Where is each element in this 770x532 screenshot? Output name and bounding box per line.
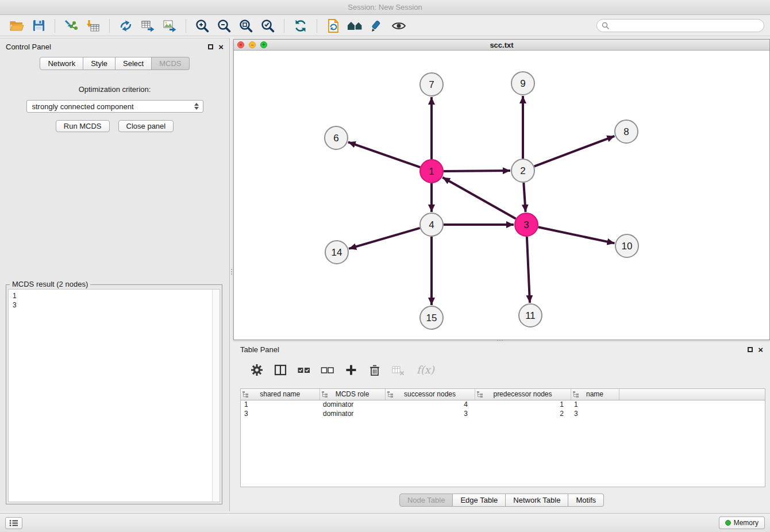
attribute-type-icon (322, 391, 328, 399)
node-label-3: 3 (523, 219, 529, 230)
network-window-title: scc.txt (234, 41, 769, 49)
show-hide-icon[interactable] (390, 18, 407, 34)
deselect-all-icon[interactable] (320, 363, 335, 377)
search-input[interactable] (612, 22, 759, 30)
node-label-4: 4 (429, 219, 434, 230)
column-header-shared-name[interactable]: shared name (241, 389, 319, 400)
node-label-2: 2 (520, 165, 525, 176)
tab-motifs[interactable]: Motifs (568, 494, 604, 507)
node-table[interactable]: shared nameMCDS rolesuccessor nodesprede… (240, 388, 765, 487)
task-history-button[interactable] (5, 517, 22, 529)
mcds-result-line: 1 (13, 291, 215, 300)
optimization-criterion-select[interactable]: strongly connected component (26, 100, 203, 113)
titlebar: Session: New Session (0, 0, 770, 15)
tab-edge-table[interactable]: Edge Table (453, 494, 506, 507)
memory-button[interactable]: Memory (719, 516, 765, 529)
column-header-MCDS-role[interactable]: MCDS role (319, 389, 385, 400)
table-toolbar: f(x) (233, 356, 770, 379)
toolbar-separator (284, 19, 284, 33)
dropdown-stepper-icon (194, 103, 199, 110)
node-label-10: 10 (622, 241, 633, 252)
export-image-icon[interactable] (161, 18, 178, 34)
edge-3-11[interactable] (527, 237, 530, 303)
table-panel-tabs: Node TableEdge TableNetwork TableMotifs (233, 494, 770, 507)
show-columns-icon[interactable] (273, 363, 288, 377)
edge-3-10[interactable] (538, 227, 615, 243)
attribute-type-icon (387, 391, 393, 399)
add-column-icon[interactable] (344, 363, 359, 377)
edge-1-2[interactable] (444, 171, 510, 171)
node-label-8: 8 (623, 126, 629, 137)
node-label-14: 14 (332, 247, 342, 258)
search-box[interactable] (596, 19, 764, 32)
edge-4-14[interactable] (349, 228, 420, 249)
tab-network-table[interactable]: Network Table (506, 494, 568, 507)
float-table-panel-icon[interactable] (748, 347, 753, 352)
function-builder-label[interactable]: f(x) (417, 364, 434, 376)
table-panel-title: Table Panel (240, 345, 279, 354)
select-all-icon[interactable] (297, 363, 311, 377)
minimize-window-icon[interactable]: – (249, 41, 256, 48)
network-window-titlebar[interactable]: scc.txt × – + (234, 40, 769, 51)
dropdown-selected-value: strongly connected component (32, 102, 134, 111)
open-recent-session-icon[interactable] (325, 18, 342, 34)
node-label-9: 9 (520, 78, 525, 89)
zoom-out-icon[interactable] (215, 18, 233, 34)
table-header-row: shared nameMCDS rolesuccessor nodesprede… (241, 389, 765, 400)
column-header-name[interactable]: name (571, 389, 619, 400)
save-session-icon[interactable] (30, 18, 47, 34)
toolbar-separator (186, 19, 186, 33)
close-table-panel-icon[interactable]: × (758, 345, 763, 354)
vertical-splitter-handle[interactable] (230, 265, 233, 279)
memory-button-label: Memory (734, 519, 759, 527)
node-label-7: 7 (429, 79, 434, 90)
node-table-head: shared nameMCDS rolesuccessor nodesprede… (241, 389, 765, 400)
control-panel: Control Panel × NetworkStyleSelectMCDS O… (0, 38, 230, 511)
tab-network[interactable]: Network (40, 57, 83, 70)
network-overview-icon[interactable] (346, 18, 364, 34)
open-session-icon[interactable] (8, 18, 25, 34)
import-table-icon[interactable] (84, 18, 102, 34)
float-panel-icon[interactable] (208, 44, 213, 49)
zoom-in-icon[interactable] (194, 18, 211, 34)
run-mcds-button[interactable]: Run MCDS (56, 120, 110, 132)
delete-table-icon[interactable] (391, 363, 406, 377)
control-panel-header: Control Panel × (0, 38, 229, 55)
app-window: Session: New Session (0, 0, 770, 532)
optimization-criterion-label: Optimization criterion: (0, 85, 229, 94)
maximize-window-icon[interactable]: + (260, 41, 267, 48)
edge-2-3[interactable] (523, 183, 525, 212)
toolbar-separator (317, 19, 317, 33)
mcds-result-lines: 13 (9, 290, 220, 311)
import-network-icon[interactable] (63, 18, 80, 34)
close-panel-icon[interactable]: × (218, 43, 224, 51)
tab-mcds[interactable]: MCDS (152, 57, 189, 70)
result-scrollbar[interactable] (212, 290, 220, 502)
mcds-result-line: 3 (13, 300, 215, 310)
tab-select[interactable]: Select (116, 57, 152, 70)
export-network-icon[interactable] (117, 18, 134, 34)
export-table-icon[interactable] (139, 18, 156, 34)
delete-column-icon[interactable] (367, 363, 382, 377)
tab-style[interactable]: Style (83, 57, 116, 70)
table-row[interactable]: 1dominator411 (241, 400, 765, 409)
node-label-15: 15 (426, 313, 437, 323)
refresh-layout-icon[interactable] (292, 18, 309, 34)
edge-3-1[interactable] (442, 178, 516, 219)
table-row[interactable]: 3dominator323 (241, 409, 765, 418)
horizontal-splitter-handle[interactable] (493, 338, 507, 342)
column-header-predecessor-nodes[interactable]: predecessor nodes (475, 389, 571, 400)
close-panel-button[interactable]: Close panel (118, 120, 174, 132)
zoom-selected-icon[interactable] (259, 18, 276, 34)
edge-1-6[interactable] (348, 142, 420, 167)
mcds-result-area[interactable]: 13 (8, 289, 220, 502)
zoom-fit-icon[interactable] (237, 18, 255, 34)
node-label-11: 11 (525, 310, 536, 321)
style-tool-icon[interactable] (368, 18, 386, 34)
close-window-icon[interactable]: × (237, 41, 244, 48)
network-graph-canvas[interactable]: 7968124314101511 (234, 51, 769, 340)
tab-node-table[interactable]: Node Table (399, 494, 453, 507)
edge-2-8[interactable] (534, 136, 615, 167)
table-settings-icon[interactable] (249, 363, 264, 377)
column-header-successor-nodes[interactable]: successor nodes (385, 389, 475, 400)
